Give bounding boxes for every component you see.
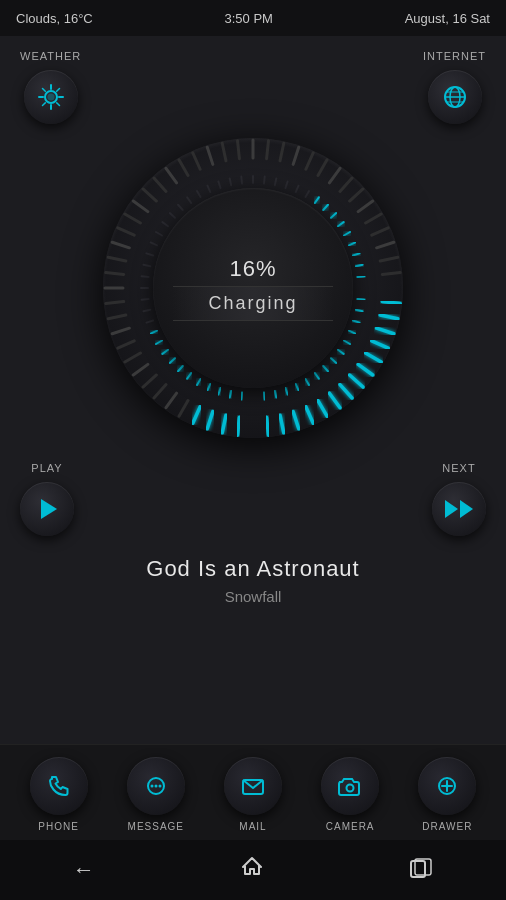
dock-mail[interactable]: MAIL xyxy=(213,757,293,832)
back-button[interactable]: ← xyxy=(73,857,95,883)
svg-line-86 xyxy=(349,242,355,245)
next-button[interactable] xyxy=(432,482,486,536)
svg-line-56 xyxy=(118,341,134,348)
svg-line-54 xyxy=(133,364,148,375)
dial-outer-ring: 16% Charging xyxy=(103,138,403,438)
corner-icons-row: WEATHER INTERNET xyxy=(0,36,506,128)
svg-line-81 xyxy=(315,197,319,203)
svg-line-49 xyxy=(193,407,200,423)
svg-line-134 xyxy=(241,177,242,184)
svg-line-85 xyxy=(344,232,350,236)
weather-icon-circle[interactable] xyxy=(24,70,78,124)
svg-line-132 xyxy=(218,181,220,188)
phone-button[interactable] xyxy=(30,757,88,815)
date-display: August, 16 Sat xyxy=(405,11,490,26)
svg-line-71 xyxy=(193,153,200,169)
svg-line-77 xyxy=(275,178,276,185)
internet-icon xyxy=(441,83,469,111)
song-title: God Is an Astronaut xyxy=(146,556,359,582)
play-control[interactable]: PLAY xyxy=(20,458,74,540)
svg-line-24 xyxy=(358,201,373,212)
svg-line-128 xyxy=(178,205,183,210)
song-info: God Is an Astronaut Snowfall xyxy=(146,556,359,605)
svg-line-97 xyxy=(331,358,336,363)
svg-line-127 xyxy=(170,213,175,218)
svg-line-100 xyxy=(306,379,310,385)
svg-line-104 xyxy=(264,392,265,399)
mail-button[interactable] xyxy=(224,757,282,815)
svg-line-61 xyxy=(106,273,124,275)
internet-icon-circle[interactable] xyxy=(428,70,482,124)
svg-line-133 xyxy=(230,178,231,185)
svg-line-130 xyxy=(197,191,201,197)
svg-line-106 xyxy=(241,392,242,399)
svg-line-67 xyxy=(143,189,156,201)
mail-label: MAIL xyxy=(239,821,266,832)
svg-line-96 xyxy=(338,350,344,354)
svg-line-23 xyxy=(350,189,363,201)
weather-shortcut[interactable]: WEATHER xyxy=(20,46,81,128)
svg-line-38 xyxy=(340,385,352,398)
drawer-button[interactable] xyxy=(418,757,476,815)
svg-line-18 xyxy=(293,147,299,164)
main-content: WEATHER INTERNET xyxy=(0,36,506,840)
svg-line-40 xyxy=(318,401,327,417)
svg-line-108 xyxy=(218,388,220,395)
dial-inner-circle: 16% Charging xyxy=(153,188,353,388)
recent-apps-button[interactable] xyxy=(409,856,433,885)
svg-line-55 xyxy=(125,353,141,362)
dock-phone[interactable]: PHONE xyxy=(19,757,99,832)
play-button[interactable] xyxy=(20,482,74,536)
svg-line-80 xyxy=(306,191,310,197)
svg-line-84 xyxy=(338,222,344,226)
svg-line-57 xyxy=(112,328,129,334)
home-button[interactable] xyxy=(240,855,264,885)
svg-line-64 xyxy=(118,228,134,235)
next-control[interactable]: NEXT xyxy=(432,458,486,540)
svg-line-116 xyxy=(151,331,157,334)
svg-line-46 xyxy=(238,417,240,435)
svg-line-48 xyxy=(207,412,213,429)
play-label: PLAY xyxy=(31,462,62,474)
weather-status: Clouds, 16°C xyxy=(16,11,93,26)
svg-line-101 xyxy=(296,384,299,390)
internet-shortcut[interactable]: INTERNET xyxy=(423,46,486,128)
phone-icon xyxy=(46,773,72,799)
svg-point-137 xyxy=(154,785,157,788)
charge-status-bar: Charging xyxy=(173,286,333,321)
home-icon xyxy=(240,855,264,879)
svg-line-42 xyxy=(293,412,299,429)
svg-line-122 xyxy=(143,265,150,266)
svg-line-44 xyxy=(267,417,269,435)
message-label: MESSAGE xyxy=(128,821,184,832)
svg-line-112 xyxy=(178,366,183,371)
svg-line-117 xyxy=(146,320,153,322)
svg-line-53 xyxy=(143,375,156,387)
dock-message[interactable]: MESSAGE xyxy=(116,757,196,832)
svg-line-39 xyxy=(329,393,340,408)
svg-line-94 xyxy=(349,331,355,334)
dock-camera[interactable]: CAMERA xyxy=(310,757,390,832)
svg-line-47 xyxy=(222,415,226,433)
camera-button[interactable] xyxy=(321,757,379,815)
weather-icon xyxy=(37,83,65,111)
svg-line-26 xyxy=(372,228,388,235)
svg-line-79 xyxy=(296,186,299,192)
svg-line-115 xyxy=(156,341,162,345)
svg-line-74 xyxy=(238,141,240,159)
weather-label: WEATHER xyxy=(20,50,81,62)
svg-line-36 xyxy=(358,364,373,375)
svg-line-91 xyxy=(357,299,364,300)
svg-line-51 xyxy=(166,393,177,408)
svg-line-33 xyxy=(377,328,394,334)
svg-line-121 xyxy=(142,276,149,277)
svg-line-102 xyxy=(285,388,287,395)
svg-line-114 xyxy=(162,350,168,354)
charge-status: Charging xyxy=(208,293,297,313)
svg-line-62 xyxy=(108,257,126,261)
svg-line-20 xyxy=(318,160,327,176)
dock-drawer[interactable]: DRAWER xyxy=(407,757,487,832)
svg-line-93 xyxy=(353,320,360,322)
svg-line-8 xyxy=(42,103,45,106)
message-button[interactable] xyxy=(127,757,185,815)
